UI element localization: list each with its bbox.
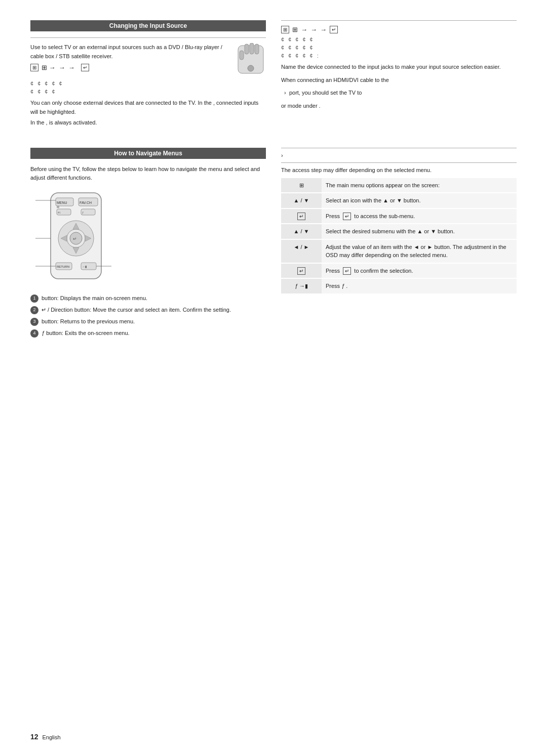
svg-text:ƒ: ƒ [82, 211, 84, 214]
step-1-icon: ⊞ [281, 178, 322, 193]
step-5-icon: ◄ / ► [281, 239, 322, 263]
hand-icon [236, 43, 266, 78]
r-arrow1: ⊞ [292, 26, 298, 33]
enter-icon: ↵ [81, 64, 89, 71]
step-row-4: ▲ / ▼ Select the desired submenu with th… [281, 224, 517, 239]
list-item-2: 2 ↵ / Direction button: Move the cursor … [30, 306, 266, 314]
right-char-row-3: ¢ ¢ ¢ ¢ ¢ : [281, 53, 517, 59]
hdmi-text2: › port, you should set the TV to [281, 89, 517, 98]
step-3-text: Press ↵ to access the sub-menu. [322, 208, 517, 224]
arrow2: → [59, 64, 65, 71]
step-row-3: ↵ Press ↵ to access the sub-menu. [281, 208, 517, 224]
right-char-row-2: ¢ ¢ ¢ ¢ ¢ [281, 45, 517, 51]
step-row-7: ƒ →▮ Press ƒ . [281, 278, 517, 294]
step-4-text: Select the desired submenu with the ▲ or… [322, 224, 517, 239]
left-navigate-section: How to Navigate Menus Before using the T… [30, 148, 266, 341]
note1: You can only choose external devices tha… [30, 99, 266, 116]
nav-indicator: › [281, 152, 283, 158]
r-arrow2: → [301, 26, 307, 33]
svg-text:MENU: MENU [57, 201, 67, 204]
svg-rect-2 [250, 43, 254, 54]
right-menu-icon: ⊞ [281, 26, 289, 33]
svg-text:RETURN: RETURN [57, 265, 69, 268]
num-1: 1 [30, 295, 38, 303]
svg-rect-1 [245, 44, 249, 54]
step-3-icon: ↵ [281, 208, 322, 224]
char-row-2: ¢ ¢ ¢ ¢ [30, 89, 266, 95]
step-row-6: ↵ Press ↵ to confirm the selection. [281, 263, 517, 279]
right-char-row-1: ¢ ¢ ¢ ¢ ¢ [281, 36, 517, 43]
r-enter-icon: ↵ [330, 26, 338, 33]
note2: In the , is always activated. [30, 118, 266, 128]
remote-diagram: MENU ⊞ FAV.CH #↕ ƒ ↵ [30, 188, 122, 289]
hdmi-text3: or mode under . [281, 102, 517, 111]
arrow1: ⊞ → [42, 64, 56, 71]
r-arrow4: → [320, 26, 327, 33]
svg-text:FAV.CH: FAV.CH [80, 201, 92, 204]
step-row-1: ⊞ The main menu options appear on the sc… [281, 178, 517, 193]
svg-rect-3 [255, 44, 259, 54]
right-input-source-section: ⊞ ⊞ → → → ↵ ¢ ¢ ¢ ¢ ¢ ¢ ¢ ¢ ¢ ¢ [281, 20, 517, 128]
svg-text:↵: ↵ [73, 236, 77, 241]
step-6-text: Press ↵ to confirm the selection. [322, 263, 517, 279]
svg-rect-4 [240, 51, 244, 60]
arrow-row-top: ⊞ ⊞ → → → ↵ [30, 64, 225, 71]
page-language: English [42, 734, 60, 740]
svg-text:→▮: →▮ [82, 265, 87, 268]
right-navigate-section: › The access step may differ depending o… [281, 148, 517, 341]
svg-point-5 [248, 65, 254, 71]
bottom-half: How to Navigate Menus Before using the T… [30, 148, 517, 341]
item-4-text: ƒ button: Exits the on-screen menu. [42, 329, 130, 338]
left-input-source-section: Changing the Input Source Use to select … [30, 20, 266, 128]
step-7-icon: ƒ →▮ [281, 278, 322, 294]
page-num-value: 12 [30, 733, 38, 741]
r-arrow3: → [310, 26, 317, 33]
svg-text:⊞: ⊞ [57, 205, 59, 208]
step-row-5: ◄ / ► Adjust the value of an item with t… [281, 239, 517, 263]
list-item-3: 3 button: Returns to the previous menu. [30, 317, 266, 326]
navigate-intro: Before using the TV, follow the steps be… [30, 165, 266, 183]
intro-text: Use to select TV or an external input so… [30, 43, 225, 61]
hdmi-text1: When connecting an HDMI/DVI cable to the [281, 76, 517, 85]
step-5-text: Adjust the value of an item with the ◄ o… [322, 239, 517, 263]
num-4: 4 [30, 329, 38, 338]
input-source-header: Changing the Input Source [30, 20, 266, 31]
item-3-text: button: Returns to the previous menu. [42, 317, 135, 326]
navigate-header: How to Navigate Menus [30, 148, 266, 159]
arrow3: → [68, 64, 75, 71]
item-2-text: ↵ / Direction button: Move the cursor an… [42, 306, 231, 314]
name-device-text: Name the device connected to the input j… [281, 63, 517, 72]
step-row-2: ▲ / ▼ Select an icon with the ▲ or ▼ but… [281, 193, 517, 208]
step-7-text: Press ƒ . [322, 278, 517, 294]
svg-text:#↕: #↕ [58, 211, 61, 214]
num-2: 2 [30, 306, 38, 314]
steps-table: ⊞ The main menu options appear on the sc… [281, 178, 517, 295]
step-4-icon: ▲ / ▼ [281, 224, 322, 239]
step-2-icon: ▲ / ▼ [281, 193, 322, 208]
nav-divider-area: › [281, 148, 517, 158]
list-item-4: 4 ƒ button: Exits the on-screen menu. [30, 329, 266, 338]
step-6-icon: ↵ [281, 263, 322, 279]
page-number: 12 English [30, 733, 61, 741]
num-3: 3 [30, 318, 38, 326]
right-arrow-row: ⊞ ⊞ → → → ↵ [281, 26, 517, 33]
char-row-1: ¢ ¢ ¢ ¢ ¢ [30, 80, 266, 87]
access-step-note: The access step may differ depending on … [281, 162, 517, 173]
numbered-list: 1 button: Displays the main on-screen me… [30, 294, 266, 338]
page: Changing the Input Source Use to select … [0, 0, 547, 756]
step-2-text: Select an icon with the ▲ or ▼ button. [322, 193, 517, 208]
item-1-text: button: Displays the main on-screen menu… [42, 294, 147, 303]
menu-icon: ⊞ [30, 64, 38, 71]
step-1-text: The main menu options appear on the scre… [322, 178, 517, 193]
list-item-1: 1 button: Displays the main on-screen me… [30, 294, 266, 303]
top-half: Changing the Input Source Use to select … [30, 20, 517, 128]
